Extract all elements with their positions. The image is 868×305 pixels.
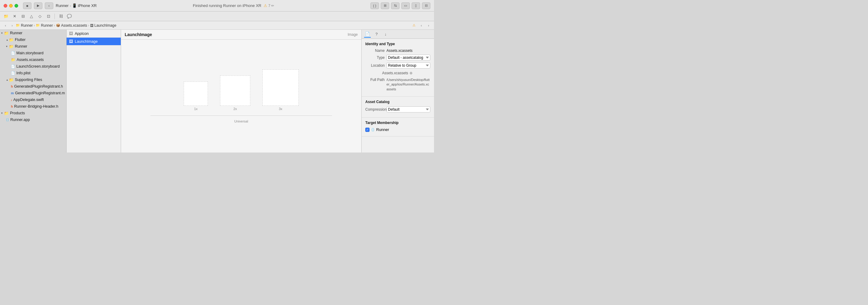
image-placeholder-2x[interactable] [220,76,250,106]
inspector-compression-row: Compression Default [365,106,430,112]
sidebar-item-main-storyboard[interactable]: 📄 Main.storyboard [0,50,66,56]
inspector-type-select[interactable]: Default - assetcatalog [386,55,430,61]
nav-warning-icon[interactable]: ⚠ [411,23,417,28]
runner-label: Runner [376,127,389,132]
sidebar-item-runner-app[interactable]: ⟨⟩ Runner.app [0,116,66,123]
runner-flutter-icon: ⟨⟩ [371,127,374,132]
runner-checkbox[interactable] [365,128,370,132]
maximize-button[interactable] [14,4,18,7]
inspector-assets-name: Assets.xcassets ⊕ [365,70,430,76]
layout-btn[interactable]: ⊟ [422,2,430,9]
file-label-appicon: AppIcon [75,31,89,36]
folder-icon: 📁 [9,37,13,42]
breadcrumb-runner-2: Runner [41,23,53,28]
sidebar-label-info-plist: Info.plist [17,71,31,75]
image-placeholder-3x[interactable] [262,70,299,106]
sidebar-item-products[interactable]: ▾ 📁 Products [0,110,66,116]
warning-toolbar-icon[interactable]: △ [28,13,35,20]
sidebar-item-runner-child[interactable]: ▾ 📁 Runner [0,43,66,50]
braces-button[interactable]: { } [370,2,379,9]
image-placeholder-1x[interactable] [184,82,208,106]
inspector-location-select[interactable]: Relative to Group [386,62,430,68]
sidebar-item-appdelegate[interactable]: 𝑠 AppDelegate.swift [0,96,66,103]
sidebar-label-supporting-files: Supporting Files [15,78,42,82]
sidebar-label-bridging-header: Runner-Bridging-Header.h [14,104,58,109]
nav-bar: ‹ › 📁 Runner › 📁 Runner › 📦 Assets.xcass… [0,21,434,30]
inspector-compression-select[interactable]: Default [386,106,430,112]
triangle-icon: ▸ [5,79,8,81]
sidebar: ▾ 📁 Runner ▸ 📁 Flutter ▾ 📁 Runner 📄 Main… [0,30,67,152]
appicon-icon: 🖼 [69,31,73,36]
play-button[interactable]: ▶ [34,2,42,9]
inspector-tab-help[interactable]: ? [373,31,380,37]
breadcrumb-launchimage: LaunchImage [94,23,117,28]
sidebar-label-generated-m: GeneratedPluginRegistrant.m [15,91,65,95]
ruler-icon[interactable]: ⊡ [45,13,52,20]
traffic-lights [4,4,18,7]
inspector-target-title: Target Membership [365,121,430,125]
sidebar-item-bridging-header[interactable]: h Runner-Bridging-Header.h [0,103,66,110]
sidebar-item-flutter[interactable]: ▸ 📁 Flutter [0,36,66,43]
diamond-icon[interactable]: ◇ [36,13,43,20]
file-icon: 📄 [11,51,15,55]
file-label-launchimage: LaunchImage [75,39,98,44]
sep-3: › [88,23,89,28]
link-icon[interactable]: ⛓ [57,13,64,20]
universal-label: Universal [234,119,248,123]
split-h-btn[interactable]: ▭ [401,2,410,9]
file-h-icon2: h [11,105,13,108]
file-icon: 📄 [11,71,15,75]
content-area: LaunchImage Image 1x 2x 3x [121,30,361,152]
inspector-type-row: Type Default - assetcatalog [365,55,430,61]
title-right-buttons: { } ⊞ ⇆ ▭ ▯ ⊟ [370,2,430,9]
layers-icon[interactable]: ⊟ [19,13,27,20]
inspector-name-row: Name Assets.xcassets [365,49,430,53]
sidebar-item-info-plist[interactable]: 📄 Info.plist [0,70,66,76]
comment-icon[interactable]: 💬 [66,13,73,20]
content-header: LaunchImage Image [121,30,361,40]
sidebar-label-runner-root: Runner [10,31,22,35]
nav-next-btn[interactable]: › [426,23,432,28]
nav-back-btn[interactable]: ‹ [2,23,8,28]
toolbar-separator [55,13,55,19]
inspector: 📄 ? ↓ Identity and Type Name Assets.xcas… [361,30,434,152]
back-button[interactable]: ‹ [45,2,53,9]
image-cell-1x: 1x [184,82,208,111]
inspector-identity-section: Identity and Type Name Assets.xcassets T… [362,39,434,97]
file-item-appicon[interactable]: 🖼 AppIcon [67,30,121,37]
close-button[interactable] [4,4,7,7]
breadcrumb-runner: Runner [56,3,69,8]
nav-toggle-btn[interactable]: ⇆ [391,2,400,9]
inspector-name-label: Name [365,49,385,53]
sidebar-item-launchscreen[interactable]: 📄 LaunchScreen.storyboard [0,63,66,70]
inspector-identity-title: Identity and Type [365,42,430,46]
sidebar-item-supporting-files[interactable]: ▸ 📁 Supporting Files [0,76,66,83]
file-breadcrumb: 📁 Runner › 📁 Runner › 📦 Assets.xcassets … [16,23,116,28]
nav-forward-btn[interactable]: › [9,23,15,28]
split-v-btn[interactable]: ▯ [412,2,420,9]
image-cell-3x: 3x [262,70,299,111]
sidebar-item-generated-m[interactable]: m GeneratedPluginRegistrant.m [0,90,66,96]
inspector-tab-arrow[interactable]: ↓ [382,31,389,37]
warning-icon: ⚠ [264,3,267,8]
nav-prev-btn[interactable]: ‹ [418,23,424,28]
folder-icon[interactable]: 📁 [2,13,10,20]
inspector-tab-doc[interactable]: 📄 [364,31,371,37]
title-center: Finished running Runner on iPhone XR ⚠ 7… [99,3,368,8]
sidebar-item-generated-h[interactable]: h GeneratedPluginRegistrant.h [0,83,66,90]
folder-icon: 📁 [4,31,9,35]
sidebar-item-assets[interactable]: 📁 Assets.xcassets [0,56,66,63]
file-h-icon: h [11,85,13,88]
file-item-launchimage[interactable]: 🖼 LaunchImage [67,37,121,46]
breadcrumb-runner-1: Runner [21,23,33,28]
content-title: LaunchImage [125,32,152,37]
assets-add-btn[interactable]: ⊕ [408,70,414,76]
times-icon[interactable]: ✕ [11,13,18,20]
title-breadcrumb: Runner › 📱 iPhone XR [56,3,97,8]
minimize-button[interactable] [9,4,13,7]
sidebar-item-runner-root[interactable]: ▾ 📁 Runner [0,30,66,36]
stop-button[interactable]: ■ [23,2,31,9]
main-layout: ▾ 📁 Runner ▸ 📁 Flutter ▾ 📁 Runner 📄 Main… [0,30,434,152]
view-toggle-btn[interactable]: ⊞ [381,2,389,9]
triangle-icon: ▸ [5,39,8,40]
